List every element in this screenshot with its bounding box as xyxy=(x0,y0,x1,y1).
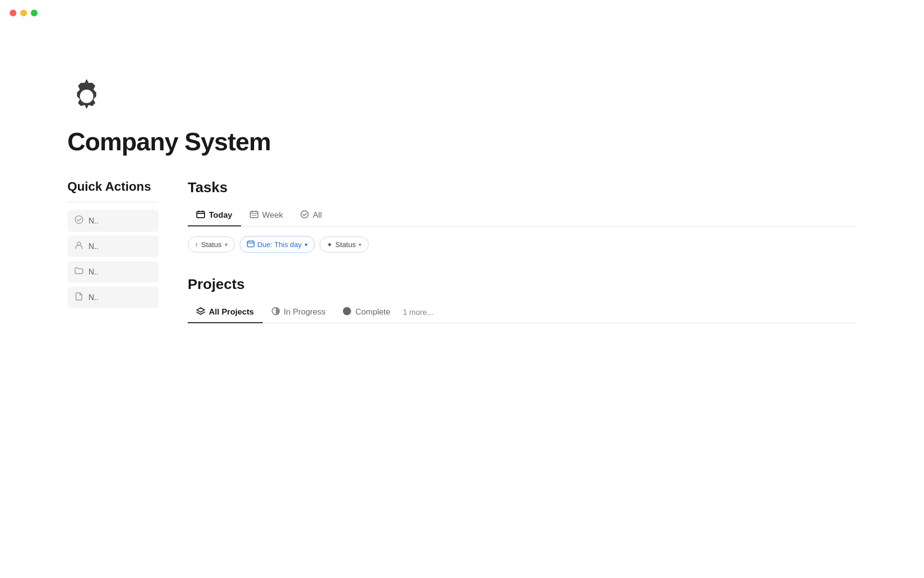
chevron-down-icon: ▾ xyxy=(225,241,228,248)
sidebar-item-3-label: N.. xyxy=(89,268,98,276)
tasks-tabs: Today Week xyxy=(188,205,857,226)
layers-icon xyxy=(196,307,205,317)
svg-rect-6 xyxy=(250,211,258,218)
tab-week-label: Week xyxy=(262,210,283,220)
tasks-section: Tasks Today xyxy=(188,179,857,253)
projects-tabs: All Projects In Progress xyxy=(188,302,857,323)
tab-in-progress[interactable]: In Progress xyxy=(263,302,334,323)
sidebar-divider xyxy=(67,202,159,202)
projects-title: Projects xyxy=(188,276,857,292)
traffic-light-yellow[interactable] xyxy=(20,10,27,16)
tab-today-label: Today xyxy=(209,210,232,220)
sidebar-heading: Quick Actions xyxy=(67,179,159,194)
tab-in-progress-label: In Progress xyxy=(284,307,326,317)
tab-week[interactable]: Week xyxy=(241,205,292,226)
svg-rect-3 xyxy=(197,211,205,218)
svg-point-1 xyxy=(75,216,83,223)
svg-rect-8 xyxy=(256,210,257,212)
filled-circle-icon xyxy=(343,307,351,317)
svg-rect-12 xyxy=(252,240,253,242)
document-icon xyxy=(74,291,84,303)
calendar-icon xyxy=(196,210,205,221)
tab-all-projects[interactable]: All Projects xyxy=(188,302,263,323)
traffic-lights xyxy=(10,10,38,16)
tab-today[interactable]: Today xyxy=(188,205,241,226)
svg-rect-4 xyxy=(198,210,199,212)
filter-status-sort[interactable]: ↑ Status ▾ xyxy=(188,236,235,252)
sidebar-item-4-label: N.. xyxy=(89,293,98,302)
svg-rect-10 xyxy=(247,241,254,247)
chevron-down-icon-2: ▾ xyxy=(305,241,308,248)
projects-section: Projects All Projects xyxy=(188,276,857,323)
check-circle-icon xyxy=(300,210,309,221)
svg-rect-5 xyxy=(202,210,203,212)
tab-all[interactable]: All xyxy=(292,205,331,226)
page-icon xyxy=(67,77,106,116)
more-tabs-button[interactable]: 1 more... xyxy=(399,303,437,322)
traffic-light-red[interactable] xyxy=(10,10,16,16)
sidebar-item-1-label: N.. xyxy=(89,217,98,225)
filter-status[interactable]: ✦ Status ▾ xyxy=(320,236,369,252)
tab-all-projects-label: All Projects xyxy=(209,307,254,317)
main-panel: Tasks Today xyxy=(188,179,857,346)
svg-point-0 xyxy=(80,90,93,103)
sort-icon: ↑ xyxy=(195,241,198,249)
sparkle-icon: ✦ xyxy=(327,241,333,249)
tasks-filter-row: ↑ Status ▾ Due: T xyxy=(188,236,857,253)
sidebar-item-2-label: N.. xyxy=(89,242,98,251)
filter-due-this-day-label: Due: This day xyxy=(257,240,302,249)
tasks-title: Tasks xyxy=(188,179,857,196)
filter-status-sort-label: Status xyxy=(201,240,222,249)
sidebar-item-1[interactable]: N.. xyxy=(67,210,159,232)
main-content: Company System Quick Actions N.. xyxy=(0,0,924,346)
tab-complete[interactable]: Complete xyxy=(334,302,399,323)
folder-icon xyxy=(74,266,84,278)
half-circle-icon xyxy=(271,307,280,317)
filter-status-label: Status xyxy=(335,240,356,249)
traffic-light-green[interactable] xyxy=(31,10,38,16)
person-icon xyxy=(74,240,84,252)
svg-rect-11 xyxy=(249,240,250,242)
filter-due-this-day[interactable]: Due: This day ▾ xyxy=(240,236,315,253)
tab-all-label: All xyxy=(313,210,322,220)
layout: Quick Actions N.. xyxy=(67,179,857,346)
svg-point-14 xyxy=(344,308,351,315)
tab-complete-label: Complete xyxy=(355,307,390,317)
sidebar-items: N.. N.. xyxy=(67,210,159,308)
sidebar-item-2[interactable]: N.. xyxy=(67,236,159,257)
svg-point-9 xyxy=(301,211,308,218)
sidebar-item-3[interactable]: N.. xyxy=(67,261,159,283)
chevron-down-icon-3: ▾ xyxy=(359,241,361,248)
calendar-grid-icon xyxy=(250,210,258,221)
check-icon xyxy=(74,215,84,227)
svg-rect-7 xyxy=(252,210,253,212)
page-title: Company System xyxy=(67,127,857,156)
sidebar: Quick Actions N.. xyxy=(67,179,159,308)
due-date-icon xyxy=(247,240,255,249)
sidebar-item-4[interactable]: N.. xyxy=(67,287,159,308)
